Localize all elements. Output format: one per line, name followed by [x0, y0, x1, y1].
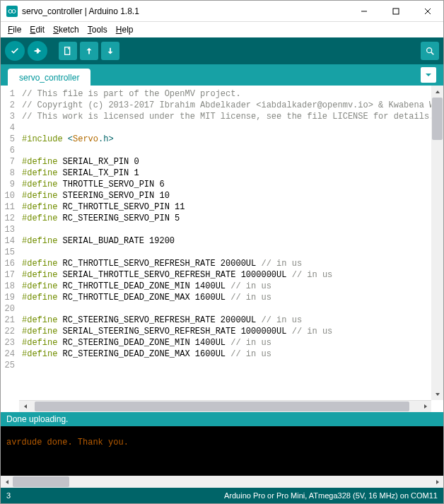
verify-button[interactable] [5, 41, 25, 61]
tabbar: servo_controller [1, 64, 443, 86]
horizontal-scrollbar[interactable] [19, 400, 431, 412]
editor-container: 1234567891011121314151617181920212223242… [1, 86, 443, 412]
upload-button[interactable] [28, 41, 47, 61]
app-icon [6, 6, 18, 17]
save-button[interactable] [101, 42, 119, 60]
tab-active[interactable]: servo_controller [8, 69, 90, 86]
vertical-scroll-thumb[interactable] [432, 98, 443, 140]
window-title: servo_controller | Arduino 1.8.1 [22, 6, 348, 16]
scroll-down-button[interactable] [431, 388, 443, 400]
open-button[interactable] [80, 42, 98, 60]
titlebar: servo_controller | Arduino 1.8.1 [1, 1, 443, 22]
svg-line-8 [431, 52, 434, 55]
code-area[interactable]: // This file is part of the OpenMV proje… [19, 86, 431, 400]
menu-file[interactable]: File [4, 23, 25, 36]
status-strip: Done uploading. [1, 412, 443, 426]
code-editor[interactable]: 1234567891011121314151617181920212223242… [1, 86, 443, 400]
console-scroll-thumb[interactable] [13, 476, 69, 487]
tab-menu-button[interactable] [421, 67, 436, 83]
menu-file-label: File [8, 25, 21, 35]
console-text: avrdude done. Thank you. [6, 438, 438, 447]
svg-point-7 [427, 48, 432, 53]
bottombar: 3 Arduino Pro or Pro Mini, ATmega328 (5V… [1, 488, 443, 503]
menu-edit[interactable]: Edit [25, 23, 49, 36]
status-message: Done uploading. [6, 414, 68, 424]
svg-point-0 [8, 9, 12, 13]
maximize-button[interactable] [380, 1, 411, 21]
new-button[interactable] [59, 42, 77, 60]
board-info: Arduino Pro or Pro Mini, ATmega328 (5V, … [224, 491, 438, 500]
svg-point-1 [12, 9, 16, 13]
window-controls [348, 1, 443, 21]
console[interactable]: avrdude done. Thank you. [1, 426, 443, 476]
console-scroll-right-button[interactable] [431, 476, 443, 488]
console-horizontal-scrollbar[interactable] [1, 476, 443, 488]
scroll-up-button[interactable] [431, 86, 443, 98]
scroll-left-button[interactable] [19, 401, 31, 412]
svg-rect-3 [393, 8, 399, 14]
toolbar [1, 37, 443, 64]
menu-tools[interactable]: Tools [83, 23, 112, 36]
menu-sketch[interactable]: Sketch [49, 23, 83, 36]
menu-help[interactable]: Help [112, 23, 138, 36]
cursor-line: 3 [6, 491, 11, 500]
close-button[interactable] [411, 1, 443, 21]
console-scroll-left-button[interactable] [1, 476, 13, 488]
menubar: File Edit Sketch Tools Help [1, 22, 443, 37]
scroll-right-button[interactable] [419, 401, 431, 412]
line-numbers: 1234567891011121314151617181920212223242… [1, 86, 19, 400]
horizontal-scroll-thumb[interactable] [35, 402, 409, 411]
serial-monitor-button[interactable] [421, 42, 439, 60]
minimize-button[interactable] [348, 1, 380, 21]
vertical-scrollbar[interactable] [431, 86, 443, 400]
